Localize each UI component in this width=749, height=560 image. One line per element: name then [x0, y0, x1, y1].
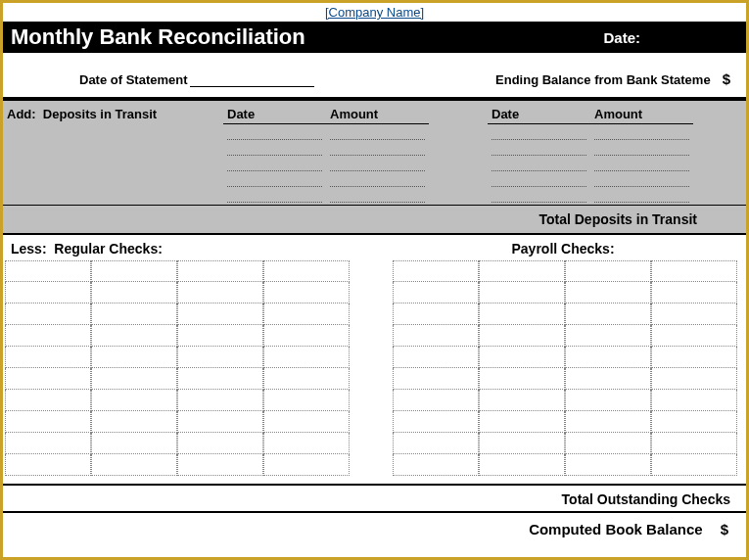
check-cell[interactable]	[263, 454, 350, 476]
check-cell[interactable]	[565, 260, 651, 282]
deposit-cell[interactable]	[594, 171, 689, 187]
deposit-cell[interactable]	[594, 124, 689, 140]
check-cell[interactable]	[651, 260, 737, 282]
check-cell[interactable]	[651, 303, 737, 325]
check-cell[interactable]	[177, 260, 263, 282]
check-cell[interactable]	[263, 325, 350, 347]
check-cell[interactable]	[5, 368, 91, 390]
check-cell[interactable]	[91, 347, 177, 368]
check-cell[interactable]	[263, 411, 350, 433]
deposit-cell[interactable]	[227, 156, 322, 171]
check-cell[interactable]	[263, 390, 350, 411]
check-cell[interactable]	[565, 368, 651, 390]
check-cell[interactable]	[5, 433, 91, 454]
deposit-cell[interactable]	[330, 187, 425, 203]
check-cell[interactable]	[393, 303, 479, 325]
check-cell[interactable]	[5, 325, 91, 347]
check-cell[interactable]	[565, 411, 651, 433]
deposit-cell[interactable]	[492, 124, 586, 140]
deposit-cell[interactable]	[492, 171, 586, 187]
check-cell[interactable]	[479, 347, 565, 368]
check-cell[interactable]	[651, 411, 737, 433]
check-cell[interactable]	[479, 433, 565, 454]
check-cell[interactable]	[393, 260, 479, 282]
check-cell[interactable]	[177, 411, 263, 433]
check-cell[interactable]	[479, 282, 565, 303]
check-cell[interactable]	[479, 368, 565, 390]
check-cell[interactable]	[565, 325, 651, 347]
check-cell[interactable]	[5, 411, 91, 433]
check-cell[interactable]	[91, 390, 177, 411]
check-cell[interactable]	[91, 433, 177, 454]
check-cell[interactable]	[479, 390, 565, 411]
check-cell[interactable]	[91, 454, 177, 476]
check-cell[interactable]	[565, 454, 651, 476]
check-cell[interactable]	[565, 390, 651, 411]
check-cell[interactable]	[651, 454, 737, 476]
check-cell[interactable]	[177, 303, 263, 325]
check-cell[interactable]	[479, 411, 565, 433]
check-cell[interactable]	[393, 433, 479, 454]
check-cell[interactable]	[5, 303, 91, 325]
check-cell[interactable]	[263, 368, 350, 390]
check-cell[interactable]	[5, 454, 91, 476]
check-cell[interactable]	[651, 433, 737, 454]
check-cell[interactable]	[91, 282, 177, 303]
check-cell[interactable]	[479, 325, 565, 347]
check-cell[interactable]	[651, 368, 737, 390]
deposit-cell[interactable]	[227, 187, 322, 203]
check-cell[interactable]	[91, 260, 177, 282]
check-cell[interactable]	[91, 325, 177, 347]
deposit-cell[interactable]	[492, 187, 586, 203]
check-cell[interactable]	[565, 303, 651, 325]
check-cell[interactable]	[565, 433, 651, 454]
check-cell[interactable]	[91, 368, 177, 390]
company-name[interactable]: [Company Name]	[3, 3, 746, 22]
check-cell[interactable]	[263, 433, 350, 454]
check-cell[interactable]	[565, 282, 651, 303]
check-cell[interactable]	[177, 390, 263, 411]
check-cell[interactable]	[393, 390, 479, 411]
deposit-cell[interactable]	[227, 171, 322, 187]
check-cell[interactable]	[177, 347, 263, 368]
check-cell[interactable]	[177, 325, 263, 347]
deposit-cell[interactable]	[594, 187, 689, 203]
check-cell[interactable]	[263, 347, 350, 368]
deposit-cell[interactable]	[492, 140, 586, 156]
check-cell[interactable]	[651, 390, 737, 411]
check-cell[interactable]	[91, 303, 177, 325]
check-cell[interactable]	[651, 325, 737, 347]
deposit-cell[interactable]	[330, 171, 425, 187]
check-cell[interactable]	[177, 368, 263, 390]
deposit-cell[interactable]	[330, 140, 425, 156]
date-of-statement-input[interactable]	[190, 71, 314, 87]
deposit-cell[interactable]	[492, 156, 586, 171]
check-cell[interactable]	[91, 411, 177, 433]
check-cell[interactable]	[177, 454, 263, 476]
check-cell[interactable]	[263, 303, 350, 325]
check-cell[interactable]	[263, 282, 350, 303]
check-cell[interactable]	[393, 325, 479, 347]
deposit-cell[interactable]	[227, 140, 322, 156]
check-cell[interactable]	[479, 303, 565, 325]
deposit-cell[interactable]	[330, 124, 425, 140]
check-cell[interactable]	[5, 282, 91, 303]
check-cell[interactable]	[393, 411, 479, 433]
deposit-cell[interactable]	[330, 156, 425, 171]
check-cell[interactable]	[393, 368, 479, 390]
check-cell[interactable]	[5, 347, 91, 368]
check-cell[interactable]	[5, 260, 91, 282]
check-cell[interactable]	[479, 260, 565, 282]
deposit-cell[interactable]	[594, 156, 689, 171]
deposit-cell[interactable]	[227, 124, 322, 140]
deposit-cell[interactable]	[594, 140, 689, 156]
check-cell[interactable]	[177, 433, 263, 454]
check-cell[interactable]	[651, 347, 737, 368]
check-cell[interactable]	[5, 390, 91, 411]
check-cell[interactable]	[177, 282, 263, 303]
check-cell[interactable]	[565, 347, 651, 368]
check-cell[interactable]	[393, 282, 479, 303]
check-cell[interactable]	[651, 282, 737, 303]
check-cell[interactable]	[393, 454, 479, 476]
check-cell[interactable]	[479, 454, 565, 476]
